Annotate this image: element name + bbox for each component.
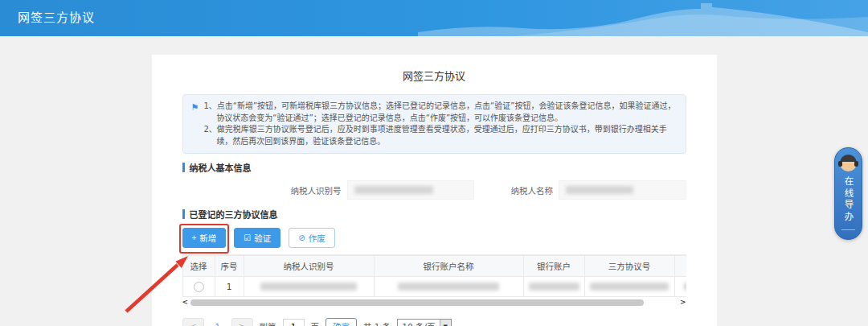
page-size-select[interactable]: 10 条/页 ▼ — [397, 319, 451, 326]
notice-item: 2、做完税库银三方协议账号登记后，应及时到事项进度管理查看受理状态，受理通过后，… — [203, 124, 675, 147]
col-bank-account-name: 银行账户名称 — [374, 256, 523, 277]
notice-body: 1、点击“新增”按钮，可新增税库银三方协议信息；选择已登记的记录信息，点击“验证… — [203, 101, 675, 147]
section-registered-agreements: 已登记的三方协议信息 — [182, 208, 686, 221]
col-extra — [674, 256, 686, 277]
notice-box: ⚑ 1、点击“新增”按钮，可新增税库银三方协议信息；选择已登记的记录信息，点击“… — [182, 94, 686, 154]
add-button[interactable]: + 新增 — [182, 228, 227, 248]
col-seq: 序号 — [215, 256, 244, 277]
table-header-row: 选择 序号 纳税人识别号 银行账户名称 银行账户 三方协议号 — [182, 256, 686, 277]
section-bar-icon — [182, 163, 185, 172]
scroll-left-icon[interactable]: < — [182, 298, 189, 307]
table-row: 1 — [182, 277, 686, 297]
plus-icon: + — [192, 234, 197, 242]
goto-label: 到第 — [260, 320, 276, 326]
col-bank-account: 银行账户 — [523, 256, 584, 277]
online-guide-button[interactable]: 在线导办 — [834, 147, 862, 240]
masked-value — [590, 283, 669, 291]
pagination: < 1 > 到第 页 确定 共 1 条 10 条/页 ▼ — [182, 318, 686, 326]
add-button-annotation-wrap: + 新增 — [182, 228, 227, 248]
top-banner: 网签三方协议 — [0, 0, 868, 36]
masked-value — [354, 186, 433, 194]
verify-button[interactable]: ☑ 验证 — [234, 228, 280, 248]
guide-label: 在线导办 — [842, 176, 855, 223]
flag-icon: ⚑ — [191, 101, 199, 147]
cell-select — [182, 277, 215, 297]
col-agreement-no: 三方协议号 — [584, 256, 674, 277]
cell-taxpayer-id — [244, 277, 374, 297]
masked-value — [260, 283, 358, 291]
cell-extra — [674, 277, 686, 297]
page-title: 网签三方协议 — [18, 0, 95, 36]
scroll-right-icon[interactable]: > — [680, 298, 686, 307]
total-count-label: 共 1 条 — [363, 320, 391, 326]
masked-value — [684, 283, 686, 291]
section-title-text: 纳税人基本信息 — [190, 161, 252, 174]
taxpayer-id-field — [347, 180, 475, 200]
page-size-value: 10 条/页 — [402, 320, 435, 326]
taxpayer-name-label: 纳税人名称 — [474, 184, 559, 196]
col-taxpayer-id: 纳税人识别号 — [244, 256, 374, 277]
scrollbar-thumb[interactable] — [190, 299, 643, 306]
next-page-button[interactable]: > — [231, 318, 253, 326]
guide-divider — [841, 229, 855, 230]
void-icon: ⊘ — [298, 234, 305, 242]
current-page[interactable]: 1 — [211, 322, 225, 326]
guide-avatar-icon — [840, 155, 857, 171]
taxpayer-id-label: 纳税人识别号 — [182, 184, 347, 196]
cell-seq: 1 — [215, 277, 244, 297]
cell-agreement-no — [584, 277, 674, 297]
row-select-radio[interactable] — [194, 282, 204, 292]
goto-page-input[interactable] — [283, 319, 305, 326]
main-card: 网签三方协议 ⚑ 1、点击“新增”按钮，可新增税库银三方协议信息；选择已登记的记… — [152, 55, 717, 326]
add-button-label: 新增 — [199, 232, 216, 244]
taxpayer-name-field — [559, 180, 686, 200]
section-taxpayer-info: 纳税人基本信息 — [182, 161, 686, 174]
notice-item: 1、点击“新增”按钮，可新增税库银三方协议信息；选择已登记的记录信息，点击“验证… — [203, 101, 675, 124]
table-horizontal-scrollbar: < > — [182, 298, 686, 307]
scrollbar-track[interactable] — [190, 299, 678, 306]
void-button-label: 作废 — [309, 232, 326, 244]
card-title: 网签三方协议 — [182, 66, 686, 94]
section-title-text: 已登记的三方协议信息 — [190, 208, 278, 221]
cell-bank-account — [523, 277, 584, 297]
masked-value — [398, 283, 499, 291]
prev-page-button[interactable]: < — [182, 318, 204, 326]
page-unit-label: 页 — [311, 320, 320, 326]
great-wall-decoration — [418, 0, 868, 36]
content-area: 网签三方协议 ⚑ 1、点击“新增”按钮，可新增税库银三方协议信息；选择已登记的记… — [0, 55, 868, 326]
void-button[interactable]: ⊘ 作废 — [289, 228, 334, 248]
col-select: 选择 — [182, 256, 215, 277]
verify-icon: ☑ — [244, 234, 251, 242]
section-bar-icon — [182, 209, 185, 219]
masked-value — [566, 186, 633, 194]
taxpayer-form-row: 纳税人识别号 纳税人名称 — [182, 180, 686, 200]
agreements-table: 选择 序号 纳税人识别号 银行账户名称 银行账户 三方协议号 1 — [182, 254, 686, 297]
masked-value — [529, 283, 579, 291]
dropdown-arrow-icon: ▼ — [440, 320, 451, 326]
verify-button-label: 验证 — [254, 232, 271, 244]
confirm-button[interactable]: 确定 — [326, 318, 357, 326]
toolbar: + 新增 ☑ 验证 ⊘ 作废 — [182, 228, 686, 248]
cell-bank-account-name — [374, 277, 523, 297]
